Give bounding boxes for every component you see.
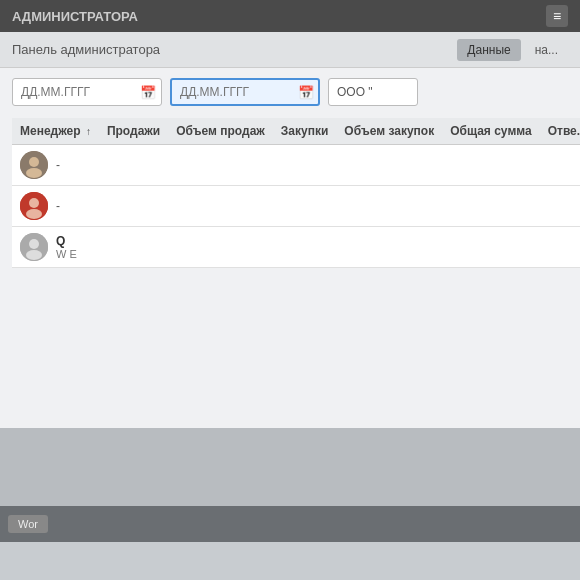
avatar (20, 233, 48, 261)
managers-table: Менеджер ↑ Продажи Объем продаж Закупки … (12, 118, 580, 268)
manager-cell: - (12, 186, 99, 227)
svg-point-2 (26, 168, 42, 178)
taskbar-button-wor[interactable]: Wor (8, 515, 48, 533)
sort-arrow-manager: ↑ (86, 126, 91, 137)
panel-tabs: Данные на... (457, 39, 568, 61)
cell-purchases (273, 186, 337, 227)
cell-resp (540, 186, 580, 227)
cell-sales-vol (168, 227, 273, 268)
taskbar: Wor (0, 506, 580, 542)
manager-info: Q W E (56, 234, 77, 260)
table-row[interactable]: - (12, 145, 580, 186)
cell-sales-vol (168, 186, 273, 227)
table-row[interactable]: - (12, 186, 580, 227)
svg-point-4 (29, 198, 39, 208)
manager-cell: Q W E (12, 227, 99, 268)
cell-purchase-vol (336, 145, 442, 186)
manager-name: Q (56, 234, 77, 248)
col-purchase-vol: Объем закупок (336, 118, 442, 145)
table-header-row: Менеджер ↑ Продажи Объем продаж Закупки … (12, 118, 580, 145)
top-header: АДМИНИСТРАТОРА ≡ (0, 0, 580, 32)
tab-other[interactable]: на... (525, 39, 568, 61)
cell-purchases (273, 145, 337, 186)
col-manager: Менеджер ↑ (12, 118, 99, 145)
cell-purchase-vol (336, 186, 442, 227)
svg-point-1 (29, 157, 39, 167)
svg-point-7 (29, 239, 39, 249)
avatar (20, 151, 48, 179)
avatar (20, 192, 48, 220)
manager-name: - (56, 158, 60, 172)
cell-sales (99, 227, 168, 268)
cell-total (442, 227, 540, 268)
date-to-wrap: 📅 (170, 78, 320, 106)
svg-point-8 (26, 250, 42, 260)
svg-point-5 (26, 209, 42, 219)
cell-total (442, 186, 540, 227)
col-sales: Продажи (99, 118, 168, 145)
manager-cell: - (12, 145, 99, 186)
cell-purchase-vol (336, 227, 442, 268)
cell-total (442, 145, 540, 186)
bottom-gray-area (0, 428, 580, 506)
tab-data[interactable]: Данные (457, 39, 520, 61)
date-from-input[interactable] (12, 78, 162, 106)
menu-icon[interactable]: ≡ (546, 5, 568, 27)
date-from-wrap: 📅 (12, 78, 162, 106)
cell-purchases (273, 227, 337, 268)
panel-bar-title: Панель администратора (12, 42, 160, 57)
cell-sales (99, 145, 168, 186)
col-total: Общая сумма (442, 118, 540, 145)
cell-resp (540, 145, 580, 186)
filter-row: 📅 📅 (12, 78, 568, 106)
manager-sub: W E (56, 248, 77, 260)
cell-sales (99, 186, 168, 227)
company-filter-input[interactable] (328, 78, 418, 106)
cell-sales-vol (168, 145, 273, 186)
manager-name: - (56, 199, 60, 213)
col-purchases: Закупки (273, 118, 337, 145)
date-to-input[interactable] (170, 78, 320, 106)
table-row[interactable]: Q W E (12, 227, 580, 268)
col-sales-vol: Объем продаж (168, 118, 273, 145)
main-content: 📅 📅 Менеджер ↑ Продажи Объем продаж Заку… (0, 68, 580, 428)
cell-resp (540, 227, 580, 268)
header-right: ≡ (546, 5, 568, 27)
panel-bar: Панель администратора Данные на... (0, 32, 580, 68)
col-resp: Отве... (540, 118, 580, 145)
header-title: АДМИНИСТРАТОРА (12, 9, 138, 24)
